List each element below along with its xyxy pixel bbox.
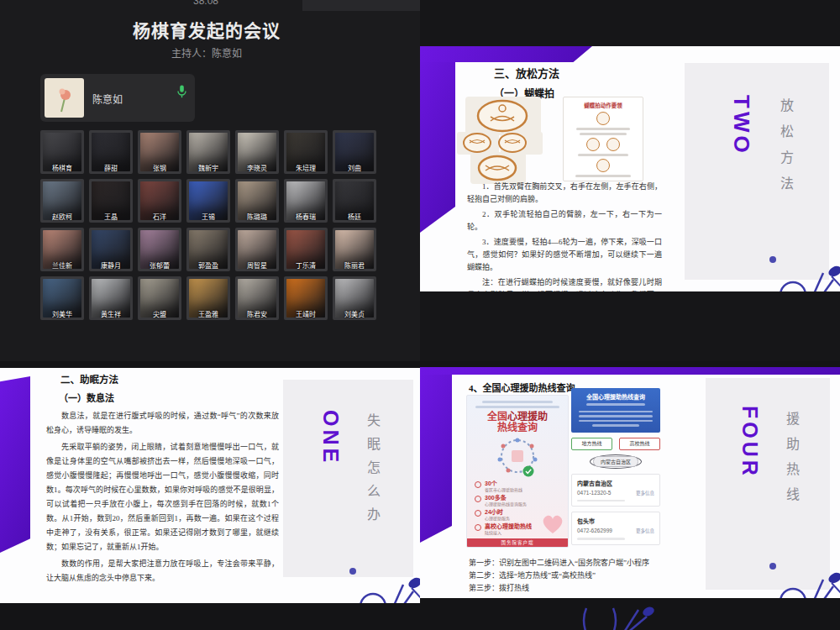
poster-footer: 国务院客户端 — [467, 538, 568, 547]
participant-name: 杨棋育 — [40, 163, 84, 172]
participant-tile[interactable]: 石洋 — [138, 179, 181, 223]
card-title: 蝴蝶拍动作要领 — [584, 101, 622, 109]
participant-tile[interactable]: 薛甜 — [89, 130, 133, 174]
paragraph: 1．首先双臂在胸前交叉，右手在左侧，左手在右侧，轻抱自己对侧的肩膀。 — [467, 181, 662, 206]
slide-video-sleep: 二、助眠方法 （一）数息法 数息法，就是在进行腹式呼吸的时候，通过数“呼气”的次… — [0, 361, 420, 630]
participant-tile[interactable]: 张郁蕾 — [138, 228, 181, 271]
participant-tile[interactable]: 杨春瑞 — [284, 179, 328, 223]
decorative-doodle — [761, 559, 840, 598]
window-corner-fragment — [302, 0, 420, 11]
participant-tile[interactable]: 朱培理 — [284, 130, 328, 174]
stat-text: 高校心理援助热线陆续接入 — [485, 523, 532, 535]
participant-tile[interactable]: 赵欧柯 — [40, 179, 84, 223]
small-text-line — [575, 175, 631, 177]
participant-tile[interactable]: 郭盈盈 — [186, 228, 230, 271]
hotline-card: 包头市0472-6262999更多信息 — [571, 512, 660, 545]
flower-illustration — [45, 78, 84, 118]
participant-tile[interactable]: 魏新宇 — [186, 130, 230, 174]
participant-tile[interactable]: 张钢 — [138, 130, 181, 174]
step-line: 第三步：拨打热线 — [469, 582, 649, 595]
participant-tile[interactable]: 兰佳新 — [40, 228, 84, 271]
slide-relax-methods: 三、放松方法 （一）蝴蝶拍 蝴蝶拍动作要领 — [420, 46, 840, 291]
small-text-line — [579, 420, 653, 423]
participant-tile[interactable]: 陈璐璐 — [235, 179, 279, 223]
participant-name: 王锡 — [186, 212, 230, 221]
participant-tile[interactable]: 康静月 — [89, 228, 133, 271]
hotline-stat: 30个省区市心理援助热线 — [467, 480, 568, 492]
side-panel-four: FOUR 援助热线 — [706, 378, 830, 590]
small-text-line — [482, 401, 553, 403]
side-title-cn: 放松方法 — [775, 98, 795, 202]
hotline-row: 0471-12320-5更多信息 — [577, 490, 654, 496]
participant-name: 王靖时 — [284, 309, 328, 318]
slide-hotline-lookup: 4、全国心理援助热线查询 全国心理援助 热线查询 30个省区市心理 — [420, 367, 840, 598]
hotline-region: 内蒙古自治区 — [577, 479, 654, 487]
participant-tile[interactable]: 陈君安 — [235, 276, 279, 320]
side-title-cn: 失眠怎么办 — [362, 413, 382, 531]
paragraph: 注：在进行蝴蝶拍的时候速度要慢，就好像婴儿时期母亲安慰孩子一样，轻而缓慢。通过这… — [467, 276, 662, 291]
slide-video-hotline: 4、全国心理援助热线查询 全国心理援助 热线查询 30个省区市心理 — [420, 361, 840, 630]
face-icon — [596, 159, 610, 172]
host-participant-card[interactable]: 陈意如 — [40, 74, 195, 122]
mic-icon — [177, 85, 186, 102]
participant-name: 康静月 — [89, 260, 133, 270]
hotline-stat: 300多条心理援助热线查询服务 — [467, 495, 568, 507]
more-info-link: 更多信息 — [636, 528, 654, 534]
participant-tile[interactable]: 陈丽君 — [333, 228, 376, 271]
participant-name: 赵欧柯 — [40, 212, 84, 221]
participant-tile[interactable]: 王靖时 — [284, 276, 328, 320]
side-panel-two: TWO 放松方法 — [685, 63, 829, 280]
stat-text: 300多条心理援助热线查询服务 — [485, 495, 527, 507]
slide-video-relax: 三、放松方法 （一）蝴蝶拍 蝴蝶拍动作要领 — [420, 0, 840, 361]
stat-desc: 心理援助热线查询服务 — [485, 501, 527, 507]
participant-tile[interactable]: 王晶 — [89, 179, 133, 223]
butterfly-steps-card: 蝴蝶拍动作要领 — [563, 97, 643, 181]
participant-tile[interactable]: 杨棋育 — [40, 130, 84, 174]
region-select: 内蒙古自治区 — [593, 456, 638, 467]
participant-tile[interactable]: 李晓灵 — [235, 130, 279, 174]
app-panel-title: 全国心理援助热线查询 — [575, 392, 656, 401]
participant-tile[interactable]: 杨廷 — [333, 179, 376, 223]
participant-name: 王晶 — [89, 212, 133, 221]
side-number-en: FOUR — [738, 406, 762, 479]
purple-ribbon-top — [420, 367, 840, 375]
participant-tile[interactable]: 黄生祥 — [89, 276, 133, 320]
participant-name: 黄生祥 — [89, 309, 133, 318]
participant-tile[interactable]: 刘美贞 — [333, 276, 376, 320]
participant-tile[interactable]: 周智星 — [235, 228, 279, 271]
paragraph: 数息法，就是在进行腹式呼吸的时候，通过数“呼气”的次数来放松身心，诱导睡眠的发生… — [46, 409, 279, 438]
participant-tile[interactable]: 刘美华 — [40, 276, 84, 320]
hotline-phone: 0472-6262999 — [577, 528, 612, 533]
poster-title: 全国心理援助 热线查询 — [467, 412, 568, 433]
decorative-doodle — [761, 253, 840, 291]
participant-name: 丁乐清 — [284, 260, 328, 270]
participant-tile[interactable]: 丁乐清 — [284, 228, 328, 271]
participant-tile[interactable]: 刘曲 — [333, 130, 376, 174]
side-panel-one: ONE 失眠怎么办 — [283, 380, 413, 577]
decorative-doodle — [580, 605, 655, 630]
participant-name: 郭盈盈 — [186, 260, 230, 270]
pin-icon — [475, 481, 481, 488]
qr-ring-illustration — [495, 436, 540, 478]
participant-name: 杨春瑞 — [284, 212, 328, 221]
participant-name: 兰佳新 — [40, 260, 84, 270]
stat-desc: 陆续接入 — [485, 530, 532, 535]
paragraph: 2．双手轮流轻拍自己的臂膀，左一下，右一下为一轮。 — [467, 208, 662, 234]
participant-tile[interactable]: 王盈雅 — [186, 276, 230, 320]
participant-name: 李晓灵 — [235, 163, 279, 172]
participant-name: 刘美贞 — [333, 309, 376, 318]
purple-ribbon-left — [420, 375, 452, 543]
step-line: 第二步：选择“地方热线”或“高校热线” — [469, 570, 649, 582]
stat-number: 30个 — [485, 480, 522, 487]
small-text-line — [586, 403, 644, 406]
meeting-host-label: 主持人：陈意如 — [0, 45, 413, 60]
phone-icon — [475, 510, 481, 517]
small-text-line — [578, 154, 627, 156]
sleep-method-paragraphs: 数息法，就是在进行腹式呼吸的时候，通过数“呼气”的次数来放松身心，诱导睡眠的发生… — [46, 409, 279, 588]
participant-name: 刘曲 — [333, 163, 376, 172]
participant-tile[interactable]: 尖盟 — [138, 276, 181, 320]
slide-subtitle: （一）数息法 — [59, 391, 114, 404]
participant-tile[interactable]: 王锡 — [186, 179, 230, 223]
heart-illustration — [540, 513, 565, 535]
face-icon — [586, 138, 600, 151]
